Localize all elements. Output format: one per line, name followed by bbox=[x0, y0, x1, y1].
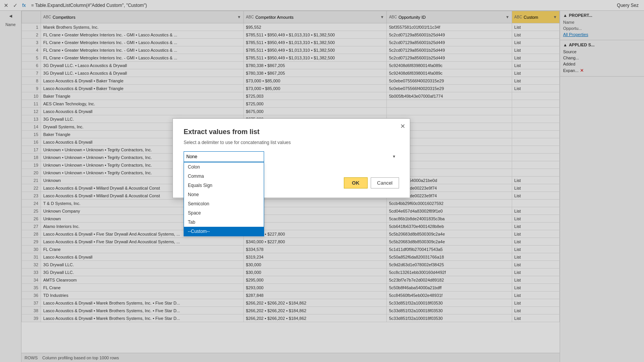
delimiter-select-wrapper: ColonCommaEquals SignNoneSemicolonSpaceT… bbox=[184, 151, 399, 162]
ok-button[interactable]: OK bbox=[344, 177, 368, 188]
extract-values-modal: ✕ Extract values from list Select a deli… bbox=[172, 118, 410, 198]
delimiter-dropdown: ColonCommaEquals SignNoneSemicolonSpaceT… bbox=[184, 162, 264, 236]
cancel-button[interactable]: Cancel bbox=[371, 177, 399, 188]
dropdown-item-custom[interactable]: --Custom-- bbox=[184, 227, 264, 236]
dropdown-item-colon[interactable]: Colon bbox=[184, 162, 264, 172]
dropdown-item-comma[interactable]: Comma bbox=[184, 172, 264, 181]
dropdown-item-tab[interactable]: Tab bbox=[184, 218, 264, 227]
modal-close-button[interactable]: ✕ bbox=[400, 123, 405, 130]
dropdown-item-space[interactable]: Space bbox=[184, 208, 264, 218]
delimiter-select[interactable]: ColonCommaEquals SignNoneSemicolonSpaceT… bbox=[184, 151, 264, 162]
modal-overlay[interactable]: ✕ Extract values from list Select a deli… bbox=[0, 0, 644, 362]
modal-title: Extract values from list bbox=[184, 128, 399, 136]
dropdown-item-semicolon[interactable]: Semicolon bbox=[184, 199, 264, 208]
dropdown-arrow-icon: ▼ bbox=[392, 154, 396, 159]
dropdown-item-none[interactable]: None bbox=[184, 190, 264, 199]
dropdown-item-equals-sign[interactable]: Equals Sign bbox=[184, 181, 264, 190]
modal-subtitle: Select a delimiter to use for concatenat… bbox=[184, 140, 399, 145]
